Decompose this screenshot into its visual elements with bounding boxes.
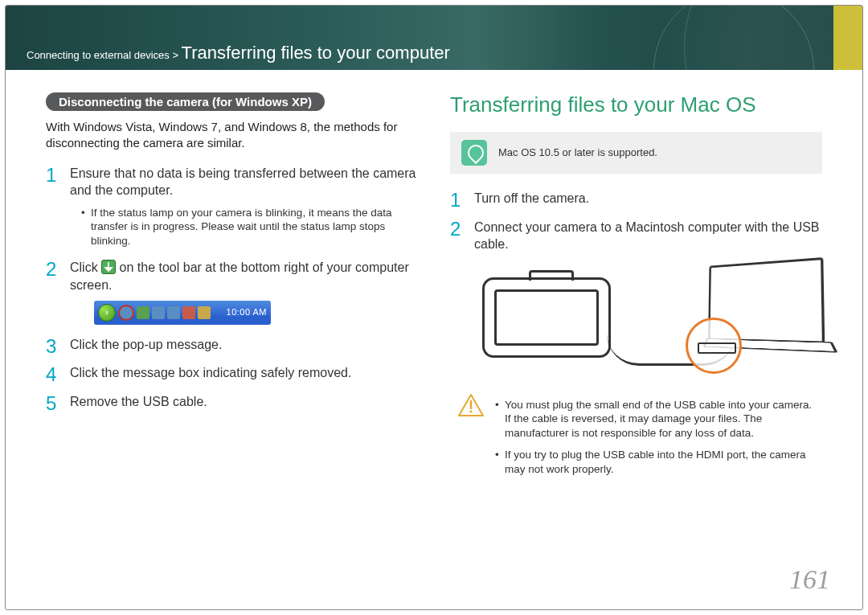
tray-icon [137,306,149,319]
windows-taskbar-illustration: › 10:00 AM [94,301,271,325]
step-3: Click the pop-up message. [46,336,418,354]
mac-step-1: Turn off the camera. [450,190,822,207]
step-1: Ensure that no data is being transferred… [46,165,418,248]
camera-illustration [482,277,611,358]
breadcrumb-title: Transferring files to your computer [182,43,450,63]
left-column: Disconnecting the camera (for Windows XP… [46,92,418,561]
tray-volume-icon [182,306,195,319]
taskbar-clock: 10:00 AM [227,306,267,318]
safely-remove-icon [101,260,116,274]
tray-safely-remove-icon [118,305,134,321]
step-2: Click on the tool bar at the bottom righ… [46,259,418,324]
camera-laptop-illustration [474,261,822,374]
caution-icon [458,394,484,416]
tray-icon [198,306,211,319]
step-1-note: If the status lamp on your camera is bli… [81,206,418,248]
right-column: Transferring files to your Mac OS Mac OS… [450,92,822,561]
breadcrumb-prefix: Connecting to external devices > [27,49,178,61]
section-pill-windows: Disconnecting the camera (for Windows XP… [46,92,325,111]
step-5: Remove the USB cable. [46,393,418,411]
mac-step-2: Connect your camera to a Macintosh compu… [450,219,822,374]
svg-point-2 [469,410,472,412]
start-button-icon: › [98,304,116,322]
step-4: Click the message box indicating safely … [46,364,418,382]
tray-icon [152,306,165,319]
caution-text: You must plug the small end of the USB c… [495,392,814,485]
note-icon [461,140,487,166]
intro-text: With Windows Vista, Windows 7, and Windo… [46,119,418,152]
breadcrumb: Connecting to external devices > Transfe… [27,43,450,64]
usb-port-highlight [686,318,742,374]
caution-box: You must plug the small end of the USB c… [450,385,822,491]
mac-note-text: Mac OS 10.5 or later is supported. [498,146,657,160]
tray-icon [167,306,180,319]
page-number: 161 [789,564,830,595]
mac-steps: Turn off the camera. Connect your camera… [450,190,822,374]
windows-steps: Ensure that no data is being transferred… [46,165,418,411]
header-accent-bar [833,6,862,70]
mac-note-box: Mac OS 10.5 or later is supported. [450,132,822,174]
mac-section-title: Transferring files to your Mac OS [450,92,822,117]
page-header: Connecting to external devices > Transfe… [6,6,862,70]
